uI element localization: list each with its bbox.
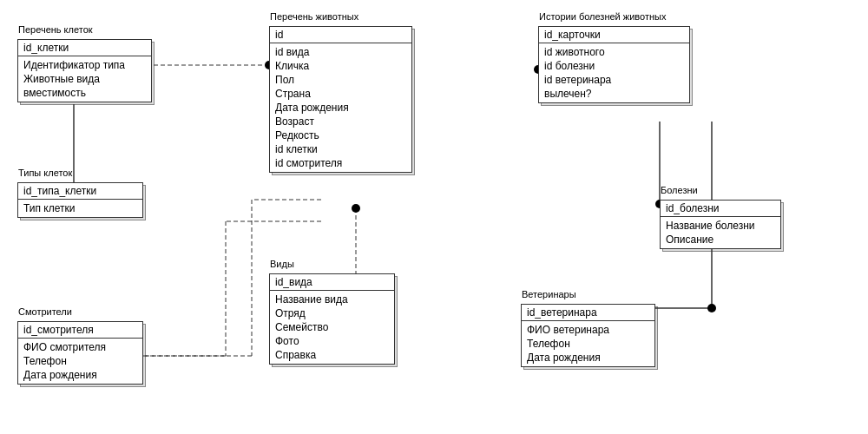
field-row: Дата рождения	[527, 351, 649, 365]
field-row: Название болезни	[666, 219, 775, 233]
field-row: id животного	[544, 45, 684, 59]
table-cages-list-fields: Идентификатор типа Животные вида вместим…	[18, 56, 151, 102]
field-row: Кличка	[275, 59, 406, 73]
diagram-container: Перечень животных id id вида Кличка Пол …	[0, 0, 868, 434]
field-row: Телефон	[527, 337, 649, 351]
table-disease-history-pk: id_карточки	[539, 27, 689, 43]
table-vets-label: Ветеринары	[522, 289, 576, 299]
table-disease-history: Истории болезней животных id_карточки id…	[538, 26, 690, 103]
table-species: Виды id_вида Название вида Отряд Семейст…	[269, 273, 395, 365]
field-row: Справка	[275, 348, 389, 362]
field-row: id болезни	[544, 59, 684, 73]
field-row: Телефон	[23, 354, 137, 368]
field-row: id ветеринара	[544, 73, 684, 87]
table-keepers-label: Смотрители	[18, 306, 72, 317]
table-cages-list: Перечень клеток id_клетки Идентификатор …	[17, 39, 152, 102]
table-species-fields: Название вида Отряд Семейство Фото Справ…	[270, 291, 394, 364]
field-row: вместимость	[23, 86, 146, 100]
field-row: ФИО ветеринара	[527, 323, 649, 337]
table-cage-types-pk: id_типа_клетки	[18, 183, 142, 200]
table-disease-history-label: Истории болезней животных	[539, 11, 666, 22]
field-row: Животные вида	[23, 72, 146, 86]
table-cage-types-fields: Тип клетки	[18, 200, 142, 217]
table-vets-fields: ФИО ветеринара Телефон Дата рождения	[522, 321, 654, 366]
field-row: Дата рождения	[275, 101, 406, 115]
svg-point-16	[352, 204, 360, 213]
field-row: Идентификатор типа	[23, 58, 146, 72]
table-keepers-pk: id_смотрителя	[18, 322, 142, 339]
table-diseases-fields: Название болезни Описание	[661, 217, 780, 248]
field-row: Дата рождения	[23, 368, 137, 382]
table-keepers: Смотрители id_смотрителя ФИО смотрителя …	[17, 321, 143, 385]
table-diseases-label: Болезни	[661, 185, 698, 195]
table-species-label: Виды	[270, 259, 294, 269]
field-row: id клетки	[275, 142, 406, 156]
field-row: id смотрителя	[275, 156, 406, 170]
table-vets: Ветеринары id_ветеринара ФИО ветеринара …	[521, 304, 655, 367]
svg-point-7	[707, 304, 716, 312]
field-row: Отряд	[275, 306, 389, 320]
table-animals-list-fields: id вида Кличка Пол Страна Дата рождения …	[270, 43, 411, 172]
table-animals-list-label: Перечень животных	[270, 11, 358, 22]
table-animals-list-pk: id	[270, 27, 411, 43]
field-row: Страна	[275, 87, 406, 101]
field-row: Пол	[275, 73, 406, 87]
field-row: id вида	[275, 45, 406, 59]
table-keepers-fields: ФИО смотрителя Телефон Дата рождения	[18, 339, 142, 384]
field-row: Возраст	[275, 115, 406, 128]
table-cage-types: Типы клеток id_типа_клетки Тип клетки	[17, 182, 143, 218]
field-row: Описание	[666, 233, 775, 247]
table-diseases: Болезни id_болезни Название болезни Опис…	[660, 200, 781, 249]
field-row: Фото	[275, 334, 389, 348]
table-vets-pk: id_ветеринара	[522, 305, 654, 321]
table-animals-list: Перечень животных id id вида Кличка Пол …	[269, 26, 412, 173]
field-row: Семейство	[275, 320, 389, 334]
table-cages-list-pk: id_клетки	[18, 40, 151, 56]
table-cage-types-label: Типы клеток	[18, 168, 72, 178]
table-disease-history-fields: id животного id болезни id ветеринара вы…	[539, 43, 689, 102]
field-row: Название вида	[275, 293, 389, 306]
field-row: вылечен?	[544, 87, 684, 101]
table-cages-list-label: Перечень клеток	[18, 24, 93, 35]
field-row: Тип клетки	[23, 201, 137, 215]
table-species-pk: id_вида	[270, 274, 394, 291]
field-row: ФИО смотрителя	[23, 340, 137, 354]
table-diseases-pk: id_болезни	[661, 201, 780, 217]
field-row: Редкость	[275, 128, 406, 142]
